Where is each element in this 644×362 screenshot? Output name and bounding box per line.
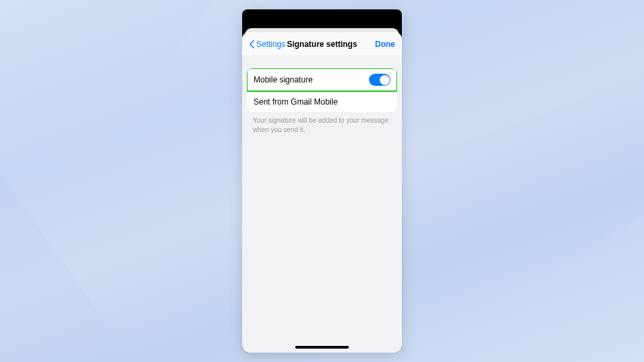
svg-marker-0 bbox=[0, 0, 215, 174]
svg-marker-1 bbox=[0, 174, 134, 362]
done-button[interactable]: Done bbox=[375, 40, 395, 49]
mobile-signature-label: Mobile signature bbox=[254, 75, 313, 84]
signature-group: Mobile signature Sent from Gmail Mobile bbox=[247, 68, 397, 112]
svg-marker-2 bbox=[402, 215, 644, 362]
mobile-signature-row[interactable]: Mobile signature bbox=[247, 68, 397, 91]
content-area: Mobile signature Sent from Gmail Mobile … bbox=[242, 56, 402, 134]
phone-frame: Settings Signature settings Done Mobile … bbox=[242, 9, 402, 353]
signature-help-text: Your signature will be added to your mes… bbox=[253, 116, 391, 134]
settings-sheet: Settings Signature settings Done Mobile … bbox=[242, 32, 402, 353]
mobile-signature-toggle[interactable] bbox=[369, 74, 390, 86]
back-label: Settings bbox=[256, 40, 285, 49]
chevron-left-icon bbox=[249, 40, 255, 49]
signature-value-row[interactable]: Sent from Gmail Mobile bbox=[247, 91, 397, 112]
back-button[interactable]: Settings bbox=[249, 40, 285, 49]
home-indicator[interactable] bbox=[295, 346, 349, 349]
navbar: Settings Signature settings Done bbox=[242, 32, 402, 56]
signature-value-text: Sent from Gmail Mobile bbox=[254, 97, 337, 107]
